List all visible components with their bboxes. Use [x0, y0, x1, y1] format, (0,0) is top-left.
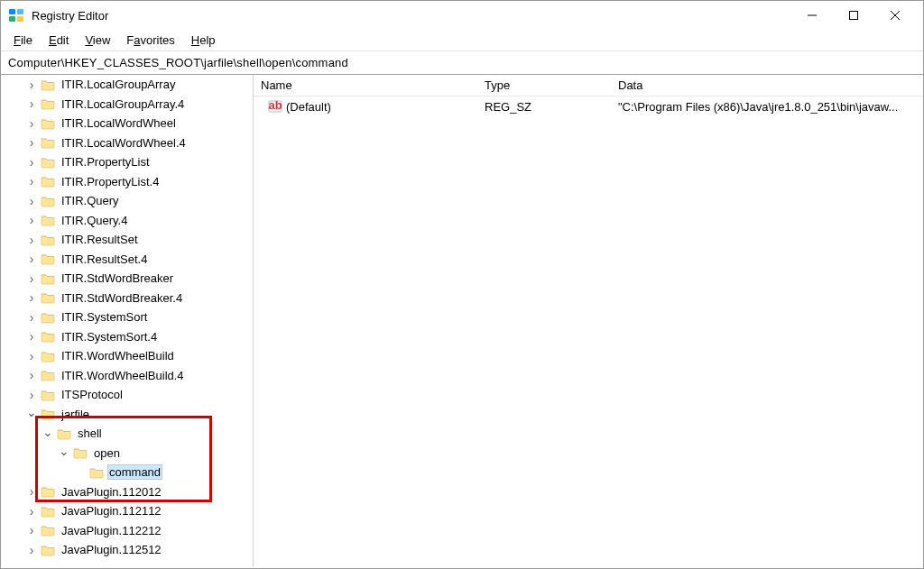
- address-bar[interactable]: Computer\HKEY_CLASSES_ROOT\jarfile\shell…: [1, 51, 923, 75]
- tree-item[interactable]: shell: [1, 424, 253, 444]
- list-row[interactable]: ab(Default)REG_SZ"C:\Program Files (x86)…: [254, 96, 923, 116]
- chevron-right-icon[interactable]: [26, 310, 37, 325]
- folder-icon: [41, 175, 55, 188]
- chevron-right-icon[interactable]: [26, 523, 37, 537]
- regedit-icon: [8, 7, 24, 23]
- tree-item-label: ITIR.LocalGroupArray.4: [59, 96, 187, 113]
- tree-item[interactable]: ITIR.SystemSort.4: [1, 327, 253, 347]
- folder-icon: [41, 291, 55, 304]
- tree-item[interactable]: ITIR.SystemSort: [1, 307, 253, 327]
- chevron-right-icon[interactable]: [26, 174, 37, 188]
- chevron-right-icon[interactable]: [26, 213, 37, 227]
- chevron-right-icon[interactable]: [26, 116, 37, 131]
- chevron-right-icon[interactable]: [26, 96, 37, 111]
- tree-item-label: ITIR.PropertyList.4: [59, 173, 162, 190]
- window-title: Registry Editor: [32, 9, 791, 23]
- chevron-right-icon[interactable]: [26, 78, 37, 92]
- folder-icon: [41, 234, 55, 246]
- tree-item-label: ITIR.ResultSet.4: [59, 251, 150, 268]
- folder-icon: [41, 524, 55, 537]
- tree-item[interactable]: ITIR.PropertyList: [1, 152, 253, 172]
- chevron-right-icon[interactable]: [26, 290, 37, 305]
- svg-rect-5: [850, 12, 858, 20]
- tree-item[interactable]: ITIR.LocalGroupArray.4: [1, 95, 253, 115]
- chevron-right-icon[interactable]: [26, 155, 37, 170]
- folder-icon: [41, 505, 55, 518]
- tree-item[interactable]: ITIR.Query: [1, 191, 253, 211]
- chevron-right-icon[interactable]: [26, 368, 37, 382]
- tree-item[interactable]: ITIR.LocalGroupArray: [1, 75, 253, 95]
- tree-item-label: JavaPlugin.112512: [59, 541, 164, 558]
- folder-icon: [41, 272, 55, 285]
- folder-icon: [41, 78, 55, 91]
- tree-item-label: JavaPlugin.112212: [59, 522, 164, 539]
- tree-panel[interactable]: ITIR.LocalGroupArrayITIR.LocalGroupArray…: [1, 75, 254, 566]
- menu-edit[interactable]: Edit: [42, 32, 76, 49]
- chevron-right-icon[interactable]: [26, 329, 37, 344]
- tree-item-label: ITIR.StdWordBreaker: [59, 270, 176, 287]
- maximize-button[interactable]: [833, 1, 874, 30]
- chevron-down-icon[interactable]: [42, 427, 53, 441]
- tree-item-label: ITIR.SystemSort.4: [59, 328, 160, 345]
- chevron-right-icon[interactable]: [26, 388, 37, 402]
- chevron-right-icon[interactable]: [26, 271, 37, 286]
- tree-item[interactable]: JavaPlugin.112112: [1, 501, 253, 521]
- menu-file[interactable]: File: [6, 32, 40, 49]
- chevron-right-icon[interactable]: [26, 194, 37, 208]
- tree-item-label: jarfile: [59, 406, 92, 423]
- column-type[interactable]: Type: [477, 75, 611, 96]
- menu-favorites[interactable]: Favorites: [119, 32, 181, 49]
- reg-string-icon: ab: [268, 99, 282, 114]
- tree-item[interactable]: ITIR.StdWordBreaker.4: [1, 289, 253, 308]
- tree-item[interactable]: ITIR.LocalWordWheel: [1, 114, 253, 133]
- tree-item[interactable]: ITIR.PropertyList.4: [1, 172, 253, 192]
- close-button[interactable]: [874, 1, 916, 30]
- folder-icon: [89, 466, 104, 479]
- chevron-down-icon[interactable]: [26, 407, 37, 421]
- tree-item-label: ITIR.LocalWordWheel: [59, 115, 179, 132]
- tree-item[interactable]: jarfile: [1, 405, 253, 425]
- tree-item[interactable]: ITSProtocol: [1, 385, 253, 405]
- tree-item[interactable]: ITIR.StdWordBreaker: [1, 269, 253, 289]
- tree-item-label: ITIR.Query: [59, 192, 122, 209]
- tree-item-label: ITIR.WordWheelBuild: [59, 347, 177, 364]
- value-name: (Default): [286, 100, 331, 114]
- tree-item[interactable]: ITIR.WordWheelBuild: [1, 346, 253, 366]
- tree-item[interactable]: ITIR.Query.4: [1, 211, 253, 231]
- tree-item[interactable]: ITIR.ResultSet: [1, 230, 253, 250]
- tree-item[interactable]: ITIR.WordWheelBuild.4: [1, 366, 253, 386]
- folder-icon: [41, 117, 55, 130]
- chevron-right-icon[interactable]: [26, 349, 37, 363]
- tree-item[interactable]: JavaPlugin.112012: [1, 482, 253, 502]
- value-data: "C:\Program Files (x86)\Java\jre1.8.0_25…: [611, 98, 923, 115]
- chevron-right-icon[interactable]: [26, 233, 37, 247]
- chevron-right-icon[interactable]: [26, 484, 37, 499]
- chevron-right-icon[interactable]: [26, 504, 37, 519]
- chevron-right-icon[interactable]: [26, 135, 37, 150]
- tree-item[interactable]: command: [1, 463, 253, 482]
- column-name[interactable]: Name: [254, 75, 477, 96]
- chevron-right-icon[interactable]: [26, 252, 37, 266]
- folder-icon: [41, 544, 55, 556]
- menu-help[interactable]: Help: [184, 32, 223, 49]
- folder-icon: [57, 427, 71, 440]
- list-panel[interactable]: Name Type Data ab(Default)REG_SZ"C:\Prog…: [254, 75, 923, 566]
- tree-item-label: JavaPlugin.112012: [59, 483, 164, 500]
- minimize-button[interactable]: [791, 1, 833, 30]
- folder-icon: [41, 136, 55, 149]
- tree-item[interactable]: JavaPlugin.112512: [1, 540, 253, 560]
- list-header: Name Type Data: [254, 75, 923, 96]
- tree-item-label: ITIR.ResultSet: [59, 231, 141, 248]
- column-data[interactable]: Data: [611, 75, 923, 96]
- folder-icon: [41, 330, 55, 343]
- folder-icon: [41, 97, 55, 110]
- tree-item-label: ITIR.WordWheelBuild.4: [59, 367, 187, 384]
- tree-item-label: ITSProtocol: [59, 386, 125, 403]
- tree-item[interactable]: JavaPlugin.112212: [1, 521, 253, 541]
- tree-item[interactable]: ITIR.ResultSet.4: [1, 250, 253, 270]
- menu-view[interactable]: View: [78, 32, 117, 49]
- tree-item[interactable]: open: [1, 444, 253, 463]
- tree-item[interactable]: ITIR.LocalWordWheel.4: [1, 133, 253, 153]
- chevron-down-icon[interactable]: [59, 445, 69, 460]
- chevron-right-icon[interactable]: [26, 543, 37, 557]
